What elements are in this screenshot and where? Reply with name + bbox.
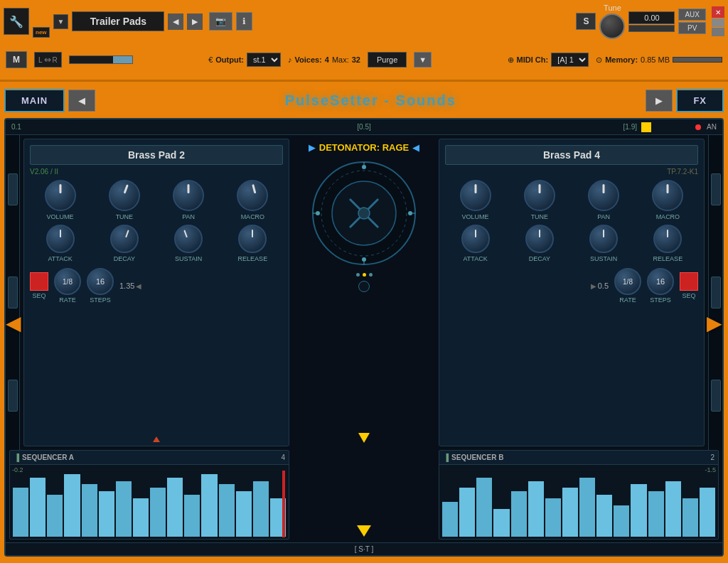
seq-bar[interactable] xyxy=(219,484,235,537)
nav-left-arrow[interactable]: ◀ xyxy=(68,90,95,112)
pad-left-macro-knob[interactable] xyxy=(237,180,268,211)
pad-right-steps-knob[interactable]: 16 xyxy=(647,268,674,295)
seq-bar[interactable] xyxy=(511,491,527,537)
minimize-button[interactable] xyxy=(712,18,724,27)
purge-arrow[interactable]: ▼ xyxy=(414,52,432,68)
pad-right-release-knob[interactable] xyxy=(653,225,682,253)
tune-knob[interactable] xyxy=(599,14,625,39)
seq-bar[interactable] xyxy=(167,478,183,537)
right-side-btn-2[interactable] xyxy=(711,277,721,309)
pad-left-seq-button[interactable] xyxy=(30,272,48,291)
seq-bar[interactable] xyxy=(133,498,149,537)
pad-right-sustain-label: SUSTAIN xyxy=(590,255,617,262)
pad-left-sustain-knob[interactable] xyxy=(174,225,203,253)
output-select[interactable]: st.1 xyxy=(247,53,281,67)
seq-bar[interactable] xyxy=(459,488,475,537)
close-button[interactable]: ✕ xyxy=(712,6,724,18)
pad-right-pan-knob[interactable] xyxy=(588,180,619,211)
detonator-left-arrow[interactable]: ▶ xyxy=(309,142,316,153)
seq-bar[interactable] xyxy=(545,498,561,537)
seq-bar[interactable] xyxy=(596,495,612,537)
voices-label: Voices: xyxy=(294,55,321,64)
preset-dropdown-arrow[interactable]: ▼ xyxy=(53,14,69,29)
center-dial[interactable] xyxy=(311,160,417,267)
left-side-btn-2[interactable] xyxy=(8,277,18,309)
pad-left-rate-knob[interactable]: 1/8 xyxy=(54,268,81,295)
midi-select[interactable]: [A] 1 xyxy=(551,53,589,67)
preset-nav-right[interactable]: ▶ xyxy=(187,14,203,30)
pad-left-steps-knob[interactable]: 16 xyxy=(87,268,114,295)
left-side-btn-1[interactable] xyxy=(8,173,18,205)
fx-button[interactable]: FX xyxy=(676,89,724,112)
seq-bar[interactable] xyxy=(700,488,715,537)
pad-right-tune-knob[interactable] xyxy=(524,180,555,211)
seq-bar[interactable] xyxy=(99,491,114,537)
center-dots-row xyxy=(356,273,373,277)
seq-b-bars[interactable] xyxy=(439,465,718,539)
center-triangle-bottom xyxy=(357,525,371,537)
pad-right-tune-label: TUNE xyxy=(531,213,549,220)
seq-bar[interactable] xyxy=(236,491,252,537)
seq-bar[interactable] xyxy=(13,488,28,537)
seq-bar[interactable] xyxy=(648,491,664,537)
seq-bar[interactable] xyxy=(184,495,200,537)
seq-bar[interactable] xyxy=(579,478,595,537)
purge-button[interactable]: Purge xyxy=(368,52,407,68)
seq-bar[interactable] xyxy=(665,481,681,537)
left-orange-arrow[interactable]: ◀ xyxy=(6,311,21,334)
seq-bar[interactable] xyxy=(682,498,698,537)
pad-right-decay-knob[interactable] xyxy=(525,225,554,253)
solo-button[interactable]: S xyxy=(576,13,596,30)
seq-bar[interactable] xyxy=(528,481,544,537)
pad-left-decay-knob[interactable] xyxy=(110,225,139,253)
seq-bar[interactable] xyxy=(562,488,578,537)
pad-left-attack-knob[interactable] xyxy=(46,225,75,253)
seq-bar[interactable] xyxy=(631,484,646,537)
seq-bar[interactable] xyxy=(201,474,217,537)
preset-nav-left[interactable]: ◀ xyxy=(168,14,183,30)
pad-right-rate-area: 1/8 RATE xyxy=(614,268,641,304)
pad-left-pan-knob[interactable] xyxy=(173,180,204,211)
aux-button[interactable]: AUX xyxy=(678,9,706,21)
detonator-right-arrow[interactable]: ◀ xyxy=(412,142,419,153)
main-button[interactable]: MAIN xyxy=(4,89,65,112)
seq-bar[interactable] xyxy=(64,474,80,537)
camera-button[interactable]: 📷 xyxy=(209,12,232,31)
right-orange-arrow[interactable]: ▶ xyxy=(707,311,722,334)
resize-button[interactable] xyxy=(712,28,724,36)
seq-a-bars[interactable] xyxy=(10,465,289,539)
seq-bar[interactable] xyxy=(30,478,46,537)
seq-bar[interactable] xyxy=(442,502,458,537)
level-fader[interactable] xyxy=(69,55,133,64)
pad-left-volume-knob[interactable] xyxy=(45,180,76,211)
right-side-btn-3[interactable] xyxy=(711,380,721,412)
pad-right-lfo-value: ▶ 0.5 xyxy=(591,282,609,290)
right-side-btn-1[interactable] xyxy=(711,173,721,205)
seq-bar[interactable] xyxy=(47,495,63,537)
seq-bar[interactable] xyxy=(150,488,166,537)
pad-right-rate-knob[interactable]: 1/8 xyxy=(614,268,641,295)
pad-right-seq-button[interactable] xyxy=(680,272,698,291)
seq-bar[interactable] xyxy=(493,509,509,537)
nav-right-arrow[interactable]: ▶ xyxy=(646,90,673,112)
pad-right-volume-knob[interactable] xyxy=(460,180,491,211)
pad-left-release-knob[interactable] xyxy=(238,225,267,253)
seq-bar[interactable] xyxy=(82,484,97,537)
pad-left-tune-knob[interactable] xyxy=(109,180,140,211)
pad-right-attack-knob[interactable] xyxy=(461,225,490,253)
output-row: € Output: st.1 xyxy=(208,53,281,67)
mute-button[interactable]: M xyxy=(6,51,27,68)
seq-bar[interactable] xyxy=(614,505,629,537)
seq-bar[interactable] xyxy=(476,478,492,537)
an-label: AN xyxy=(707,123,717,131)
pad-right-attack-knob-item: ATTACK xyxy=(445,225,505,262)
pad-right-macro-knob[interactable] xyxy=(652,180,683,211)
yellow-marker xyxy=(641,122,651,132)
pv-button[interactable]: PV xyxy=(678,22,706,34)
info-button[interactable]: ℹ xyxy=(236,12,252,31)
left-side-btn-3[interactable] xyxy=(8,380,18,412)
new-label[interactable]: new xyxy=(33,27,50,38)
pad-right-sustain-knob[interactable] xyxy=(589,225,618,253)
seq-bar[interactable] xyxy=(116,481,132,537)
seq-bar[interactable] xyxy=(253,481,269,537)
